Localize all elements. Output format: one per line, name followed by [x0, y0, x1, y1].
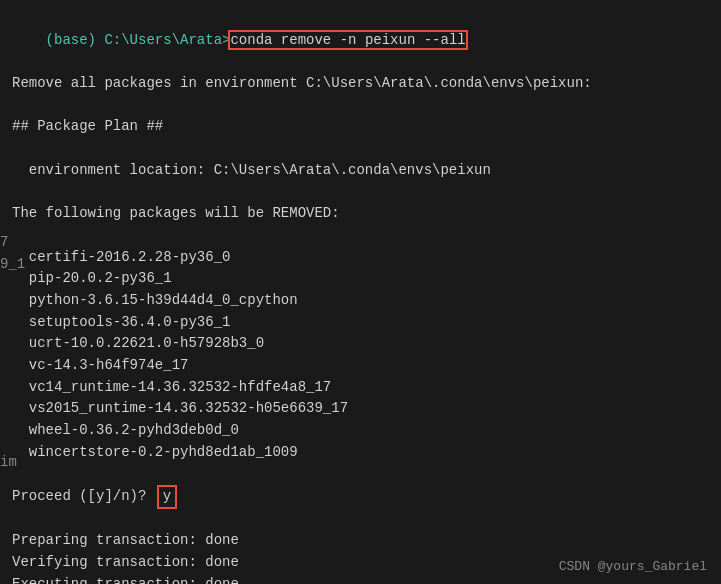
pkg-setuptools: setuptools-36.4.0-py36_1 [12, 312, 709, 334]
remove-line: Remove all packages in environment C:\Us… [12, 73, 709, 95]
proceed-line: Proceed ([y]/n)? y [12, 485, 709, 509]
pkg-vc14-runtime: vc14_runtime-14.36.32532-hfdfe4a8_17 [12, 377, 709, 399]
command-text: conda remove -n peixun --all [230, 32, 465, 48]
empty-line-3 [12, 182, 709, 204]
pkg-vs2015-runtime: vs2015_runtime-14.36.32532-h05e6639_17 [12, 398, 709, 420]
package-plan-header: ## Package Plan ## [12, 116, 709, 138]
watermark: CSDN @yours_Gabriel [559, 559, 707, 574]
terminal-window: (base) C:\Users\Arata>conda remove -n pe… [0, 0, 721, 584]
empty-line-5 [12, 463, 709, 485]
side-num-9: 9_1 [0, 254, 25, 276]
empty-line-1 [12, 95, 709, 117]
pkg-certifi: certifi-2016.2.28-py36_0 [12, 247, 709, 269]
preparing-transaction: Preparing transaction: done [12, 530, 709, 552]
prompt-line: (base) C:\Users\Arata>conda remove -n pe… [12, 8, 709, 73]
y-input-highlight: y [157, 485, 177, 509]
side-numbers: 7 9_1 [0, 232, 25, 275]
pkg-python: python-3.6.15-h39d44d4_0_cpython [12, 290, 709, 312]
prompt-text: (base) C:\Users\Arata> [46, 32, 231, 48]
side-num-7: 7 [0, 232, 25, 254]
executing-transaction: Executing transaction: done [12, 574, 709, 584]
y-value: y [163, 488, 171, 504]
empty-line-2 [12, 138, 709, 160]
empty-line-4 [12, 225, 709, 247]
side-label-im: im [0, 454, 17, 470]
pkg-wheel: wheel-0.36.2-pyhd3deb0d_0 [12, 420, 709, 442]
pkg-ucrt: ucrt-10.0.22621.0-h57928b3_0 [12, 333, 709, 355]
command-highlight: conda remove -n peixun --all [230, 32, 465, 48]
pkg-wincertstore: wincertstore-0.2-pyhd8ed1ab_1009 [12, 442, 709, 464]
pkg-pip: pip-20.0.2-py36_1 [12, 268, 709, 290]
will-be-removed: The following packages will be REMOVED: [12, 203, 709, 225]
pkg-vc: vc-14.3-h64f974e_17 [12, 355, 709, 377]
env-location: environment location: C:\Users\Arata\.co… [12, 160, 709, 182]
empty-line-6 [12, 509, 709, 531]
proceed-text: Proceed ([y]/n)? [12, 486, 155, 508]
